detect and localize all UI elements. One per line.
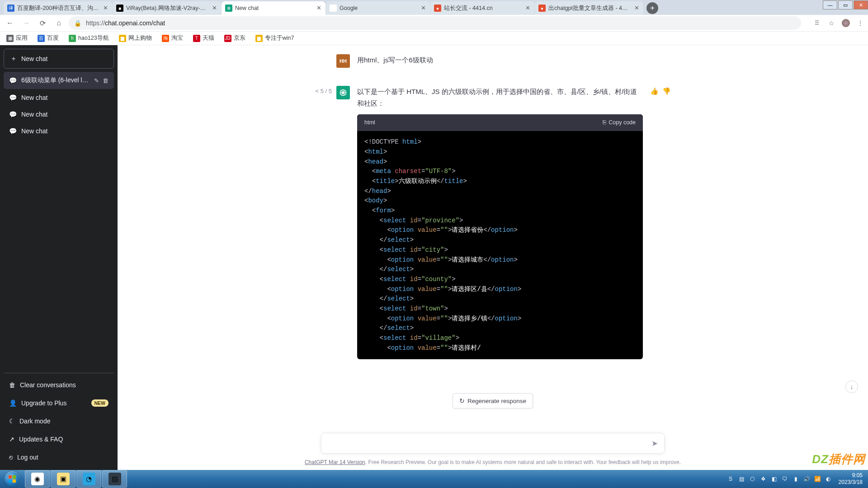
browser-tab[interactable]: GGoogle✕: [326, 1, 430, 15]
version-link[interactable]: ChatGPT Mar 14 Version: [305, 459, 365, 465]
chevron-down-icon: ↓: [850, 383, 854, 390]
browser-tab[interactable]: ●站长交流 - 4414.cn✕: [430, 1, 534, 15]
tray-icon[interactable]: 🔊: [803, 475, 811, 483]
tab-close-icon[interactable]: ✕: [102, 5, 108, 11]
sidebar-chat-item[interactable]: 💬6级联动菜单 (6-level link✎🗑: [4, 72, 114, 89]
url-field[interactable]: 🔒 https://chat.openai.com/chat: [69, 16, 801, 30]
translate-icon[interactable]: ⠿: [813, 19, 821, 27]
tab-favicon-icon: ✲: [225, 5, 232, 12]
bookmarks-bar: ▦应用百百度hhao123导航▆网上购物淘淘宝T天猫JD京东▆专注于win7: [0, 32, 868, 45]
nav-reload-button[interactable]: ⟳: [36, 17, 49, 29]
clipboard-icon: ⎘: [603, 118, 606, 127]
chat-item-label: New chat: [21, 127, 108, 135]
code-header: html ⎘ Copy code: [357, 114, 643, 131]
browser-tab[interactable]: ■ViRay(Beta).网络加速-V2ray-Cl...✕: [113, 1, 221, 15]
nav-back-button[interactable]: ←: [4, 17, 16, 29]
clear-conversations-button[interactable]: 🗑 Clear conversations: [4, 376, 114, 394]
tab-favicon-icon: ●: [434, 5, 441, 12]
bookmark-item[interactable]: T天猫: [191, 33, 216, 43]
logout-button[interactable]: ⎋ Log out: [4, 448, 114, 466]
tab-title: New chat: [235, 5, 313, 11]
chat-item-label: New chat: [21, 111, 108, 118]
window-maximize-button[interactable]: ▭: [838, 0, 853, 9]
profile-avatar-icon[interactable]: [842, 19, 850, 27]
chat-input[interactable]: ➤: [321, 433, 665, 454]
bookmark-item[interactable]: 百百度: [36, 33, 61, 43]
bookmark-item[interactable]: ▦应用: [5, 33, 29, 43]
tray-icon[interactable]: ◐: [825, 475, 832, 483]
taskbar-clock[interactable]: 9:05 2023/3/18: [836, 472, 865, 486]
window-minimize-button[interactable]: —: [823, 0, 837, 9]
bookmark-item[interactable]: 淘淘宝: [160, 33, 185, 43]
edit-icon[interactable]: ✎: [94, 77, 99, 84]
nav-home-button[interactable]: ⌂: [52, 17, 65, 29]
bookmark-item[interactable]: ▆网上购物: [117, 33, 154, 43]
updates-faq-button[interactable]: ↗ Updates & FAQ: [4, 430, 114, 448]
trash-icon: 🗑: [9, 381, 15, 389]
browser-tab[interactable]: ●出chatgpt批量文章生成器 - 441...✕: [535, 1, 643, 15]
tab-close-icon[interactable]: ✕: [524, 5, 531, 11]
taskbar-app-app-blue[interactable]: ◔: [76, 470, 101, 488]
bookmark-label: 应用: [16, 34, 28, 42]
regenerate-label: Regenerate response: [467, 398, 526, 404]
sidebar-chat-item[interactable]: 💬New chat: [4, 123, 114, 139]
nav-forward-button[interactable]: →: [20, 17, 33, 29]
bookmark-item[interactable]: JD京东: [222, 33, 247, 43]
tab-close-icon[interactable]: ✕: [211, 5, 217, 11]
bookmark-item[interactable]: ▆专注于win7: [254, 33, 296, 43]
browser-tab[interactable]: ✲New chat✕: [222, 1, 326, 15]
bookmark-favicon-icon: 百: [38, 35, 45, 42]
bookmark-favicon-icon: ▆: [119, 35, 126, 42]
svg-rect-4: [13, 479, 16, 483]
message-indicator[interactable]: < 5 / 5: [315, 86, 336, 94]
tray-icon[interactable]: ❖: [760, 475, 767, 483]
send-button[interactable]: ➤: [651, 439, 658, 448]
chat-bubble-icon: 💬: [9, 127, 17, 135]
code-body: <!DOCTYPE html> <html> <head> <meta char…: [357, 131, 643, 359]
sidebar-chat-item[interactable]: 💬New chat: [4, 106, 114, 122]
sidebar-chat-item[interactable]: 💬New chat: [4, 89, 114, 106]
taskbar-app-app-dark[interactable]: ▤: [102, 470, 127, 488]
thumbs-down-icon[interactable]: 👎: [662, 87, 671, 95]
tab-close-icon[interactable]: ✕: [316, 5, 322, 11]
upgrade-to-plus-button[interactable]: 👤 Upgrade to Plus NEW: [4, 394, 114, 412]
plus-icon: ＋: [10, 55, 17, 63]
tab-title: Google: [340, 5, 417, 11]
window-close-button[interactable]: ✕: [854, 0, 868, 9]
bookmark-star-icon[interactable]: ☆: [827, 19, 835, 27]
tray-icon[interactable]: 🗨: [781, 475, 789, 483]
tray-icon[interactable]: 📶: [814, 475, 821, 483]
start-button[interactable]: [0, 470, 24, 488]
tray-icon[interactable]: ◧: [770, 475, 778, 483]
tab-favicon-icon: 译: [7, 5, 14, 12]
thumbs-up-icon[interactable]: 👍: [650, 87, 659, 95]
chat-bubble-icon: 💬: [9, 111, 17, 118]
browser-tab[interactable]: 译百度翻译-200种语言互译、沟通...✕: [4, 1, 112, 15]
trash-icon[interactable]: 🗑: [103, 77, 108, 84]
bookmark-favicon-icon: T: [193, 35, 200, 42]
chat-scroll[interactable]: HH 用html、js写一个6级联动 < 5 / 5: [118, 45, 868, 427]
tab-close-icon[interactable]: ✕: [633, 5, 640, 11]
tab-title: 百度翻译-200种语言互译、沟通...: [17, 5, 99, 12]
tab-close-icon[interactable]: ✕: [420, 5, 426, 11]
tab-title: 出chatgpt批量文章生成器 - 441...: [548, 5, 631, 12]
assistant-avatar: [336, 86, 350, 99]
taskbar-app-explorer[interactable]: ▣: [51, 470, 75, 488]
regenerate-response-button[interactable]: ↻ Regenerate response: [453, 393, 533, 408]
dark-mode-button[interactable]: ☾ Dark mode: [4, 412, 114, 430]
new-chat-button[interactable]: ＋ New chat: [4, 49, 114, 69]
tray-icon[interactable]: ▤: [738, 475, 745, 483]
new-tab-button[interactable]: +: [646, 2, 658, 14]
bookmark-item[interactable]: hhao123导航: [67, 33, 111, 43]
chat-bubble-icon: 💬: [9, 77, 17, 84]
tray-icon[interactable]: ▮: [792, 475, 800, 483]
copy-code-button[interactable]: ⎘ Copy code: [603, 118, 636, 127]
scroll-to-bottom-button[interactable]: ↓: [845, 380, 858, 393]
tray-icon[interactable]: S: [727, 475, 735, 483]
taskbar-app-chrome[interactable]: ◉: [25, 470, 50, 488]
tab-favicon-icon: ●: [538, 5, 546, 12]
clock-time: 9:05: [839, 472, 863, 479]
user-icon: 👤: [9, 399, 17, 407]
chrome-menu-icon[interactable]: ⋮: [856, 19, 864, 27]
tray-icon[interactable]: ⬡: [749, 475, 756, 483]
